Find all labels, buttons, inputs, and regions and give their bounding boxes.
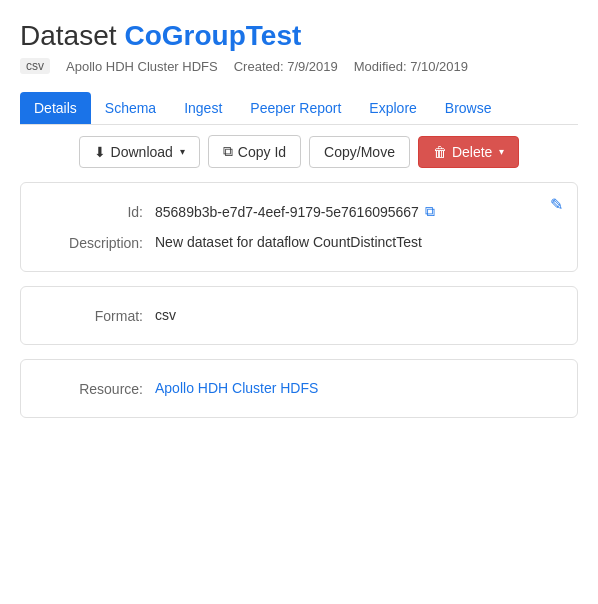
format-row: Format: csv	[45, 307, 553, 324]
description-label: Description:	[45, 234, 155, 251]
id-value: 85689b3b-e7d7-4eef-9179-5e7616095667	[155, 204, 419, 220]
copy-move-label: Copy/Move	[324, 144, 395, 160]
copy-id-label: Copy Id	[238, 144, 286, 160]
download-icon: ⬇	[94, 144, 106, 160]
modified-info: Modified: 7/10/2019	[354, 59, 468, 74]
page-title-label: Dataset	[20, 20, 117, 52]
description-row: Description: New dataset for dataflow Co…	[45, 234, 553, 251]
tab-explore[interactable]: Explore	[355, 92, 430, 124]
dataset-name: CoGroupTest	[125, 20, 302, 52]
format-label: Format:	[45, 307, 155, 324]
resource-label: Resource:	[45, 380, 155, 397]
resource-value: Apollo HDH Cluster HDFS	[155, 380, 553, 396]
cluster-info: Apollo HDH Cluster HDFS	[66, 59, 218, 74]
delete-icon: 🗑	[433, 144, 447, 160]
delete-label: Delete	[452, 144, 492, 160]
tabs-row: Details Schema Ingest Peeper Report Expl…	[20, 92, 578, 125]
actions-row: ⬇ Download ▾ ⧉ Copy Id Copy/Move 🗑 Delet…	[20, 135, 578, 168]
tab-browse[interactable]: Browse	[431, 92, 506, 124]
copyid-icon: ⧉	[223, 143, 233, 160]
edit-icon[interactable]: ✎	[550, 195, 563, 214]
download-button[interactable]: ⬇ Download ▾	[79, 136, 200, 168]
copy-move-button[interactable]: Copy/Move	[309, 136, 410, 168]
resource-card: Resource: Apollo HDH Cluster HDFS	[20, 359, 578, 418]
id-row: Id: 85689b3b-e7d7-4eef-9179-5e7616095667…	[45, 203, 553, 220]
info-card: ✎ Id: 85689b3b-e7d7-4eef-9179-5e76160956…	[20, 182, 578, 272]
download-caret: ▾	[180, 146, 185, 157]
id-value-container: 85689b3b-e7d7-4eef-9179-5e7616095667 ⧉	[155, 203, 553, 220]
tab-peeper-report[interactable]: Peeper Report	[236, 92, 355, 124]
format-value: csv	[155, 307, 553, 323]
delete-caret: ▾	[499, 146, 504, 157]
id-copy-icon[interactable]: ⧉	[425, 203, 435, 220]
download-label: Download	[111, 144, 173, 160]
tab-details[interactable]: Details	[20, 92, 91, 124]
meta-row: csv Apollo HDH Cluster HDFS Created: 7/9…	[20, 58, 578, 74]
created-info: Created: 7/9/2019	[234, 59, 338, 74]
id-label: Id:	[45, 203, 155, 220]
copy-id-button[interactable]: ⧉ Copy Id	[208, 135, 301, 168]
tab-ingest[interactable]: Ingest	[170, 92, 236, 124]
description-value: New dataset for dataflow CountDistinctTe…	[155, 234, 553, 250]
format-badge: csv	[20, 58, 50, 74]
delete-button[interactable]: 🗑 Delete ▾	[418, 136, 519, 168]
format-card: Format: csv	[20, 286, 578, 345]
resource-link[interactable]: Apollo HDH Cluster HDFS	[155, 380, 318, 396]
tab-schema[interactable]: Schema	[91, 92, 170, 124]
resource-row: Resource: Apollo HDH Cluster HDFS	[45, 380, 553, 397]
